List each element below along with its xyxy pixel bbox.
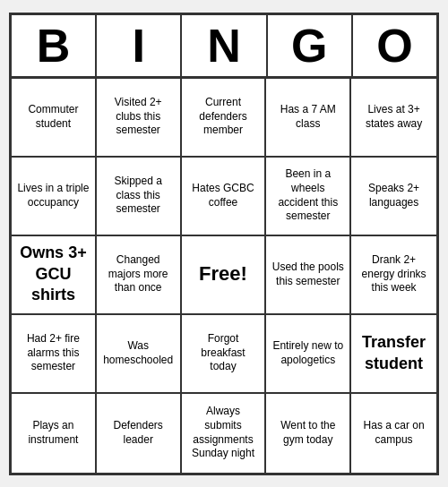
bingo-grid: Commuter studentVisited 2+ clubs this se… [12, 79, 436, 473]
bingo-cell-16[interactable]: Was homeschooled [97, 315, 182, 394]
bingo-cell-3[interactable]: Has a 7 AM class [266, 79, 351, 158]
bingo-cell-2[interactable]: Current defenders member [182, 79, 267, 158]
bingo-cell-13[interactable]: Used the pools this semester [266, 236, 351, 315]
bingo-cell-17[interactable]: Forgot breakfast today [182, 315, 267, 394]
bingo-cell-4[interactable]: Lives at 3+ states away [351, 79, 436, 158]
bingo-letter-b: B [12, 15, 97, 76]
bingo-cell-9[interactable]: Speaks 2+ languages [351, 158, 436, 236]
bingo-cell-20[interactable]: Plays an instrument [12, 394, 97, 473]
bingo-cell-12[interactable]: Free! [182, 236, 267, 315]
bingo-letter-i: I [97, 15, 182, 76]
bingo-cell-14[interactable]: Drank 2+ energy drinks this week [351, 236, 436, 315]
bingo-card: BINGO Commuter studentVisited 2+ clubs t… [9, 13, 439, 475]
bingo-cell-21[interactable]: Defenders leader [97, 394, 182, 473]
bingo-cell-0[interactable]: Commuter student [12, 79, 97, 158]
bingo-cell-10[interactable]: Owns 3+ GCU shirts [12, 236, 97, 315]
bingo-cell-1[interactable]: Visited 2+ clubs this semester [97, 79, 182, 158]
bingo-letter-n: N [182, 15, 267, 76]
bingo-cell-23[interactable]: Went to the gym today [266, 394, 351, 473]
bingo-letter-g: G [268, 15, 353, 76]
bingo-cell-6[interactable]: Skipped a class this semester [97, 158, 182, 236]
bingo-cell-5[interactable]: Lives in a triple occupancy [12, 158, 97, 236]
bingo-cell-7[interactable]: Hates GCBC coffee [182, 158, 267, 236]
bingo-cell-22[interactable]: Always submits assignments Sunday night [182, 394, 267, 473]
bingo-header: BINGO [12, 15, 436, 79]
bingo-cell-18[interactable]: Entirely new to apologetics [266, 315, 351, 394]
bingo-cell-19[interactable]: Transfer student [351, 315, 436, 394]
bingo-cell-8[interactable]: Been in a wheels accident this semester [266, 158, 351, 236]
bingo-cell-15[interactable]: Had 2+ fire alarms this semester [12, 315, 97, 394]
bingo-cell-11[interactable]: Changed majors more than once [97, 236, 182, 315]
bingo-cell-24[interactable]: Has a car on campus [351, 394, 436, 473]
bingo-letter-o: O [353, 15, 436, 76]
